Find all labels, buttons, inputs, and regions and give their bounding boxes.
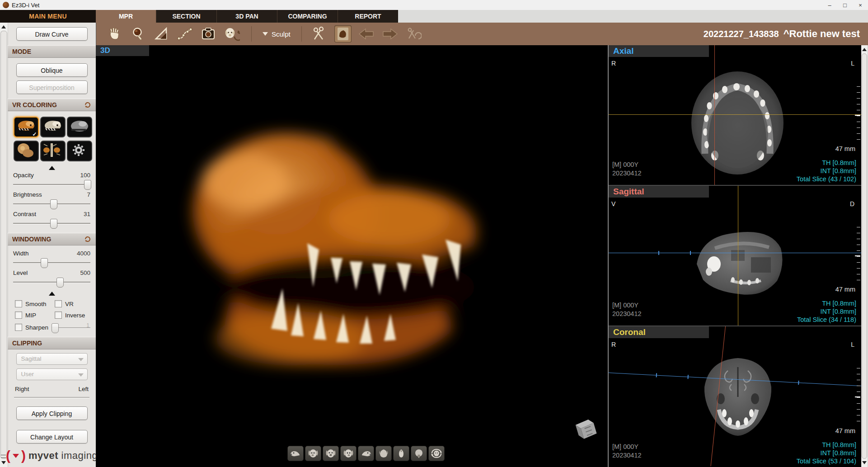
clipping-mode-select[interactable]: User	[16, 368, 88, 380]
reset-vr-coloring-icon[interactable]	[84, 101, 91, 108]
sculpt-region-icon	[336, 27, 350, 41]
polygon-sculpt-button[interactable]	[334, 25, 352, 42]
vr-preset-bone-white[interactable]	[40, 117, 66, 137]
reset-sculpt-button[interactable]	[405, 25, 422, 42]
width-slider-thumb[interactable]	[41, 258, 48, 268]
tab-3d-pan[interactable]: 3D PAN	[216, 10, 277, 23]
sagittal-horizontal-crosshair[interactable]	[609, 253, 862, 253]
crosshair-handle[interactable]	[798, 381, 799, 385]
sagittal-view[interactable]: Sagittal V D [M] 000Y 20230412 47 mm TH …	[609, 186, 862, 326]
tab-main-menu[interactable]: MAIN MENU	[0, 10, 96, 23]
coronal-view[interactable]: Coronal R L [M] 000Y 20230412 47 mm TH […	[609, 326, 862, 467]
bone-gray-thumb	[68, 118, 89, 135]
smooth-checkbox[interactable]: Smooth	[15, 300, 55, 307]
rotate-view-tool-button[interactable]	[223, 25, 240, 42]
oblique-button[interactable]: Oblique	[16, 63, 88, 77]
mip-checkbox[interactable]: MIP	[15, 311, 55, 319]
scroll-up-icon[interactable]	[1, 25, 6, 28]
scrollbar-thumb[interactable]	[862, 53, 867, 459]
orientation-bottom-button[interactable]	[411, 446, 427, 461]
contrast-slider-thumb[interactable]	[50, 219, 57, 229]
width-slider[interactable]	[13, 258, 90, 268]
axial-vertical-crosshair[interactable]	[714, 45, 715, 186]
orientation-rotate-button[interactable]	[428, 446, 445, 461]
viewport-3d[interactable]: 3D	[96, 45, 608, 467]
axial-horizontal-crosshair[interactable]	[609, 114, 862, 115]
redo-button[interactable]	[381, 25, 399, 42]
vr-preset-custom-settings[interactable]	[67, 141, 92, 161]
draw-curve-button[interactable]: Draw Curve	[16, 27, 88, 41]
minimize-button[interactable]: –	[822, 0, 837, 10]
clipping-plane-select[interactable]: Sagittal	[16, 353, 88, 365]
orientation-top-button[interactable]	[375, 446, 392, 461]
opacity-slider-row: Opacity 100	[13, 172, 90, 189]
dog-rotate-icon	[224, 27, 240, 41]
orientation-left-button[interactable]	[287, 446, 304, 461]
scroll-down-icon[interactable]	[862, 461, 867, 464]
brightness-slider[interactable]	[13, 199, 90, 209]
free-sculpt-button[interactable]	[311, 25, 328, 42]
change-layout-button[interactable]: Change Layout	[16, 430, 88, 443]
mode-title: MODE	[12, 48, 31, 55]
windowing-tool-button[interactable]	[153, 25, 170, 42]
zoom-tool-button[interactable]	[129, 25, 146, 42]
sidebar-scrollbar[interactable]	[0, 23, 8, 467]
level-slider-thumb[interactable]	[56, 278, 64, 288]
sharpen-slider-thumb[interactable]	[52, 323, 59, 333]
curve-measure-tool-button[interactable]	[176, 25, 193, 42]
reset-windowing-icon[interactable]	[84, 236, 91, 243]
sculpt-mode-dropdown[interactable]: Sculpt	[263, 30, 291, 38]
orientation-front-right-button[interactable]	[340, 446, 357, 461]
scroll-down-icon[interactable]	[1, 461, 6, 464]
collapse-windowing-panel-arrow[interactable]	[49, 292, 55, 296]
pan-tool-button[interactable]	[106, 25, 123, 42]
close-button[interactable]: ×	[853, 0, 868, 10]
orientation-right-button[interactable]	[358, 446, 374, 461]
coronal-meta-date: 20230412	[612, 451, 642, 460]
contrast-value: 31	[84, 211, 90, 217]
window-scrollbar[interactable]	[861, 45, 868, 467]
vr-preset-bone-amber[interactable]	[14, 117, 39, 137]
vr-checkbox[interactable]: VR	[55, 300, 98, 307]
toolbar-separator	[251, 26, 252, 42]
level-slider[interactable]	[13, 277, 90, 287]
coronal-label: Coronal	[613, 327, 646, 337]
capture-tool-button[interactable]	[200, 25, 217, 42]
sagittal-scale-label: 47 mm	[835, 286, 855, 293]
opacity-slider-thumb[interactable]	[84, 180, 91, 190]
undo-button[interactable]	[358, 25, 375, 42]
tab-comparing[interactable]: COMPARING	[277, 10, 338, 23]
vr-preset-soft-tissue[interactable]	[14, 141, 39, 161]
chevron-down-icon	[263, 32, 268, 36]
sharpen-slider[interactable]: 1	[52, 322, 90, 332]
superimposition-button[interactable]: Superimposition	[16, 80, 88, 94]
tab-report[interactable]: REPORT	[338, 10, 398, 23]
crosshair-handle[interactable]	[658, 251, 659, 255]
crosshair-handle[interactable]	[690, 251, 691, 255]
orientation-back-button[interactable]	[393, 446, 409, 461]
clipping-range-slider[interactable]	[14, 397, 89, 398]
sagittal-vertical-crosshair[interactable]	[738, 186, 738, 326]
level-value: 500	[80, 269, 90, 276]
inverse-checkbox[interactable]: Inverse	[55, 311, 98, 319]
apply-clipping-button[interactable]: Apply Clipping	[16, 406, 88, 420]
scroll-up-icon[interactable]	[862, 48, 867, 51]
brightness-slider-thumb[interactable]	[50, 199, 57, 209]
maximize-button[interactable]: □	[837, 0, 853, 10]
contrast-slider[interactable]	[13, 218, 90, 228]
orientation-front-left-button[interactable]	[305, 446, 321, 461]
orientation-front-button[interactable]	[323, 446, 339, 461]
dog-side-icon	[360, 448, 372, 458]
axial-view[interactable]: Axial R L [M] 000Y 20230412 47 mm TH [0.…	[609, 45, 862, 186]
orientation-cube[interactable]	[570, 415, 599, 443]
collapse-vr-panel-arrow[interactable]	[49, 166, 55, 170]
tab-section[interactable]: SECTION	[156, 10, 216, 23]
vr-preset-bone-gray[interactable]	[67, 117, 92, 137]
crosshair-handle[interactable]	[656, 373, 657, 377]
vr-preset-organs[interactable]	[40, 141, 66, 161]
scrollbar-thumb[interactable]	[0, 31, 7, 459]
sharpen-checkbox[interactable]: Sharpen	[15, 324, 48, 331]
opacity-slider[interactable]	[13, 179, 90, 189]
tab-mpr[interactable]: MPR	[96, 10, 156, 23]
coronal-ruler	[857, 368, 860, 426]
